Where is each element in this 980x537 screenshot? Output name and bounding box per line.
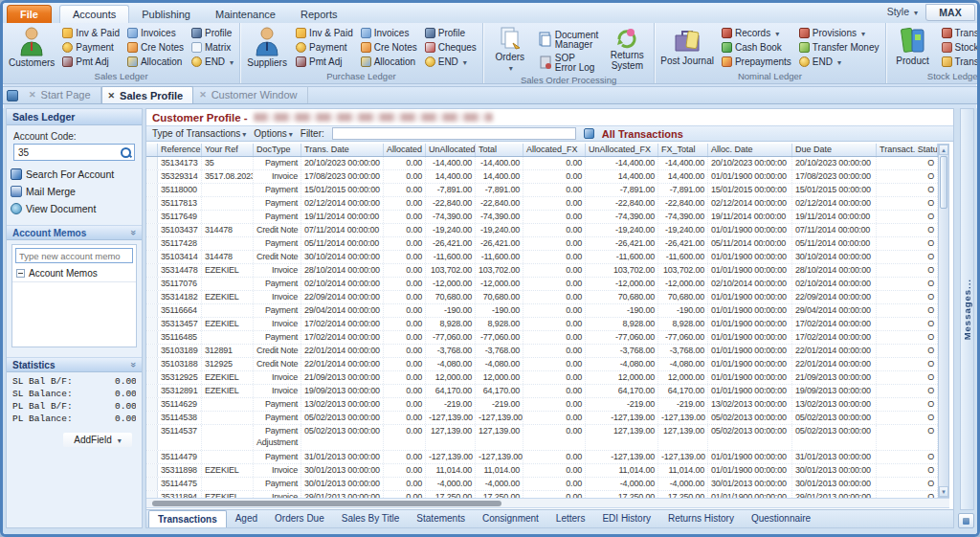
row-selector[interactable] (146, 278, 158, 290)
collapse-icon[interactable]: » (128, 362, 138, 368)
ribbon-button[interactable]: Cash Book (719, 40, 794, 55)
collapse-minus-icon[interactable] (16, 269, 25, 278)
horizontal-scroll-thumb[interactable] (152, 501, 501, 506)
row-selector[interactable] (146, 291, 158, 303)
row-selector[interactable] (146, 412, 158, 424)
ribbon-button[interactable]: Cheques (422, 40, 479, 55)
ribbon-button[interactable]: END (422, 55, 479, 69)
ribbon-tab[interactable]: Accounts (59, 5, 129, 23)
ribbon-button[interactable]: Payment (293, 40, 356, 55)
style-dropdown[interactable]: Style (887, 6, 918, 17)
type-of-transactions-dropdown[interactable]: Type of Transactions (152, 128, 246, 139)
row-selector[interactable] (146, 464, 158, 477)
ribbon-button[interactable]: Allocation (124, 55, 187, 69)
bottom-tab[interactable]: Statements (408, 510, 474, 527)
document-manager-button[interactable]: Document Manager (536, 29, 602, 52)
returns-system-button[interactable]: Returns System (603, 25, 651, 72)
ribbon-button[interactable]: Matrix (189, 40, 236, 55)
ribbon-tab[interactable]: Maintenance (203, 6, 288, 23)
row-selector[interactable] (146, 224, 158, 236)
messages-panel-collapsed[interactable]: Messages... (960, 108, 974, 510)
row-selector[interactable] (146, 318, 158, 330)
row-selector[interactable] (146, 304, 158, 317)
filter-input[interactable] (332, 127, 576, 140)
ribbon-button[interactable]: Invoices (124, 26, 187, 40)
column-header[interactable]: Alloc. Date (708, 144, 792, 156)
table-row[interactable]: 35134173 35 Payment 20/10/2023 00:00:00 … (146, 157, 938, 170)
bottom-tab[interactable]: Transactions (148, 510, 227, 527)
ribbon-button[interactable]: Pmt Adj (293, 55, 356, 69)
bottom-tab[interactable]: Aged (227, 510, 266, 527)
post-journal-button[interactable]: Post Journal (657, 25, 717, 67)
scroll-down-arrow[interactable]: ▼ (939, 486, 948, 497)
ribbon-button[interactable]: Provisions (796, 26, 882, 40)
row-selector[interactable] (146, 491, 158, 498)
document-tab[interactable]: ✕Start Page (23, 86, 101, 103)
table-row[interactable]: 35114537 Payment Adjustment 05/02/2013 0… (146, 425, 938, 451)
row-selector[interactable] (146, 170, 158, 183)
table-row[interactable]: 35103188 312925 Credit Note 22/01/2014 0… (146, 358, 938, 371)
row-selector[interactable] (146, 451, 158, 463)
row-selector[interactable] (146, 358, 158, 370)
table-row[interactable]: 35313457 EZEKIEL Invoice 17/02/2014 00:0… (146, 318, 938, 331)
bottom-tab[interactable]: Consignment (474, 510, 547, 527)
new-memo-input[interactable] (15, 248, 133, 263)
ribbon-button[interactable]: Profile (189, 26, 236, 40)
row-selector[interactable] (146, 211, 158, 223)
row-selector[interactable] (146, 385, 158, 397)
ribbon-button[interactable]: Pmt Adj (59, 55, 122, 69)
table-row[interactable]: 35103189 312891 Credit Note 22/01/2014 0… (146, 345, 938, 358)
ribbon-button[interactable]: END (796, 55, 882, 69)
ribbon-tab[interactable]: Reports (288, 6, 350, 23)
column-header[interactable]: Transact. Status (877, 144, 938, 156)
sidebar-link[interactable]: View Document (11, 201, 138, 215)
bottom-tab[interactable]: EDI History (593, 510, 659, 527)
column-header[interactable]: UnAllocated (426, 144, 476, 156)
max-button[interactable]: MAX (925, 4, 975, 21)
table-row[interactable]: 35103414 314478 Credit Note 30/10/2014 0… (146, 251, 938, 264)
column-header[interactable]: DocType (254, 144, 301, 156)
vertical-scrollbar[interactable]: ▲ ▼ (938, 144, 949, 498)
column-header[interactable]: Trans. Date (301, 144, 384, 156)
window-list-icon[interactable] (7, 90, 18, 101)
table-row[interactable]: 35312925 EZEKIEL Invoice 21/09/2013 00:0… (146, 371, 938, 385)
file-menu-button[interactable]: File (7, 5, 52, 23)
table-row[interactable]: 35118000 Payment 15/01/2015 00:00:00 0.0… (146, 184, 938, 197)
table-row[interactable]: 35329314 3517.08.2023 Invoice 17/08/2023… (146, 170, 938, 184)
column-header[interactable]: Allocated (384, 144, 426, 156)
table-row[interactable]: 35314182 EZEKIEL Invoice 22/09/2014 00:0… (146, 291, 938, 304)
product-button[interactable]: Product (889, 25, 937, 67)
table-row[interactable]: 35117076 Payment 02/10/2014 00:00:00 0.0… (146, 278, 938, 291)
table-row[interactable]: 35117813 Payment 02/12/2014 00:00:00 0.0… (146, 197, 938, 211)
ribbon-button[interactable]: Cre Notes (124, 40, 187, 55)
row-selector[interactable] (146, 157, 158, 169)
add-field-button[interactable]: AddField (63, 433, 132, 447)
bottom-tab[interactable]: Questionnaire (743, 510, 819, 527)
table-row[interactable]: 35114629 Payment 13/02/2013 00:00:00 0.0… (146, 398, 938, 412)
table-row[interactable]: 35114479 Payment 31/01/2013 00:00:00 0.0… (146, 451, 938, 464)
search-icon[interactable] (120, 146, 132, 159)
table-row[interactable]: 35311898 EZEKIEL Invoice 30/01/2013 00:0… (146, 464, 938, 478)
document-tab[interactable]: ✕Sales Profile (101, 86, 194, 103)
table-row[interactable]: 35311894 EZEKIEL Invoice 29/01/2013 00:0… (146, 491, 938, 498)
table-row[interactable]: 35116664 Payment 29/04/2014 00:00:00 0.0… (146, 304, 938, 318)
close-icon[interactable]: ✕ (29, 90, 36, 100)
orders-button[interactable]: Orders (486, 25, 534, 74)
table-row[interactable]: 35114475 Payment 30/01/2013 00:00:00 0.0… (146, 478, 938, 491)
ribbon-button[interactable]: END (189, 55, 236, 69)
account-memos-header[interactable]: Account Memos » (7, 225, 142, 240)
sop-error-log-button[interactable]: SOP Error Log (536, 52, 602, 75)
ribbon-button[interactable]: Inv & Paid (293, 26, 356, 40)
ribbon-button[interactable]: Allocation (358, 55, 420, 69)
ribbon-button[interactable]: Payment (59, 40, 122, 55)
ribbon-button[interactable]: Invoices (358, 26, 420, 40)
column-header[interactable]: Reference (158, 144, 202, 156)
close-icon[interactable]: ✕ (108, 91, 116, 101)
vertical-scroll-thumb[interactable] (940, 156, 947, 209)
row-selector[interactable] (146, 197, 158, 210)
horizontal-scrollbar[interactable] (146, 498, 949, 508)
bottom-tab[interactable]: Letters (547, 510, 594, 527)
row-selector[interactable] (146, 345, 158, 357)
sidebar-link[interactable]: Mail Merge (11, 184, 138, 198)
bottom-tab[interactable]: Orders Due (266, 510, 333, 527)
